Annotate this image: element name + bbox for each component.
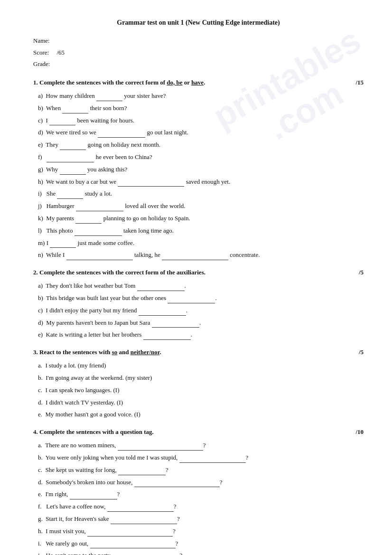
list-item: c. She kept us waiting for long, ? [38, 465, 364, 475]
list-item: j. He can't come to the party, ? [38, 551, 364, 555]
list-item: n) While I talking, he concentrate. [33, 250, 364, 260]
list-item: b. I'm going away at the weekend. (my si… [38, 373, 364, 383]
list-item: c. I can speak two languages. (I) [38, 386, 364, 395]
page-title: Grammar test on unit 1 (New Cutting Edge… [33, 19, 364, 27]
list-item: f) he ever been to China? [33, 152, 364, 162]
list-item: c) I didn't enjoy the party but my frien… [33, 306, 364, 316]
list-item: h) We want to buy a car but we saved eno… [33, 177, 364, 187]
list-item: d. Somebody's broken into our house, ? [38, 478, 364, 488]
list-item: g. Start it, for Heaven's sake ? [38, 514, 364, 524]
list-item: m) I just made some coffee. [33, 238, 364, 248]
section4-title: 4. Complete the sentences with a questio… [33, 428, 364, 436]
list-item: a. There are no women miners, ? [38, 441, 364, 451]
list-item: h. I must visit you, ? [38, 527, 364, 536]
section3-list: a. I study a lot. (my friend) b. I'm goi… [33, 361, 364, 420]
list-item: b. You were only joking when you told me… [38, 453, 364, 463]
list-item: j) Hamburger loved all over the world. [33, 201, 364, 211]
section4-list: a. There are no women miners, ? b. You w… [33, 441, 364, 555]
score-field: Score: /65 [33, 47, 364, 59]
list-item: i) She study a lot. [33, 189, 364, 199]
header-info: Name: Score: /65 Grade: [33, 35, 364, 70]
list-item: i. We rarely go out, ? [38, 539, 364, 549]
list-item: d) My parents haven't been to Japan but … [33, 318, 364, 328]
list-item: e. My mother hasn't got a good voice. (I… [38, 410, 364, 420]
list-item: a) They don't like hot weather but Tom . [33, 281, 364, 291]
list-item: e) They going on holiday next month. [33, 140, 364, 150]
list-item: c) I been waiting for hours. [33, 116, 364, 126]
list-item: k) My parents planning to go on holiday … [33, 214, 364, 224]
list-item: e. I'm right, ? [38, 489, 364, 499]
section1-list: a) How many children your sister have? b… [33, 91, 364, 260]
list-item: b) This bridge was built last year but t… [33, 293, 364, 303]
name-field: Name: [33, 35, 364, 47]
list-item: d) We were tired so we go out last night… [33, 128, 364, 138]
section2-list: a) They don't like hot weather but Tom .… [33, 281, 364, 340]
list-item: f. Let's have a coffee now, ? [38, 502, 364, 512]
list-item: l) This photo taken long time ago. [33, 226, 364, 236]
list-item: b) When their son born? [33, 103, 364, 113]
list-item: g) Why you asking this? [33, 165, 364, 175]
grade-field: Grade: [33, 58, 364, 70]
section2-title: 2. Complete the sentences with the corre… [33, 269, 364, 276]
list-item: a) How many children your sister have? [33, 91, 364, 101]
section1-title: 1. Complete the sentences with the corre… [33, 79, 364, 86]
list-item: a. I study a lot. (my friend) [38, 361, 364, 371]
list-item: d. I didn't watch TV yesterday. (I) [38, 398, 364, 408]
section3-title: 3. React to the sentences with so and ne… [33, 348, 364, 356]
list-item: e) Kate is writing a letter but her brot… [33, 330, 364, 340]
